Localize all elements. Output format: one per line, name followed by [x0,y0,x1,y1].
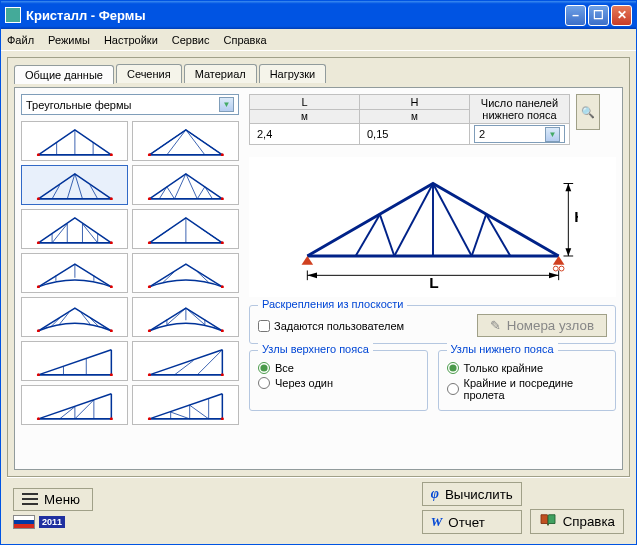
lower-edge-mid-label[interactable]: Крайние и посредине пролета [447,377,608,401]
svg-marker-120 [307,272,317,278]
input-H[interactable] [364,127,465,141]
lower-edge-mid-radio[interactable] [447,383,459,395]
truss-option-10[interactable] [132,297,239,337]
app-icon [5,7,21,23]
upper-every-other-radio[interactable] [258,377,270,389]
upper-all-radio[interactable] [258,362,270,374]
svg-line-63 [186,308,205,325]
report-button[interactable]: W Отчет [422,510,522,534]
menu-modes[interactable]: Режимы [48,34,90,46]
truss-option-12[interactable] [132,341,239,381]
svg-point-19 [109,197,112,200]
tab-loads[interactable]: Нагрузки [259,64,327,83]
lower-edge-only-radio[interactable] [447,362,459,374]
truss-option-1[interactable] [21,121,128,161]
svg-line-62 [167,308,186,325]
svg-point-12 [220,153,223,156]
svg-line-93 [170,412,189,419]
svg-point-72 [109,373,112,376]
svg-text:L: L [429,274,438,291]
menu-button[interactable]: Меню [13,488,93,511]
minimize-button[interactable]: – [565,5,586,26]
upper-legend: Узлы верхнего пояса [258,343,373,355]
svg-point-58 [109,329,112,332]
truss-diagram: H L [249,157,616,297]
svg-line-9 [167,130,186,155]
upper-chord-group: Узлы верхнего пояса Все Через один [249,350,428,411]
svg-point-47 [37,285,40,288]
truss-option-8[interactable] [132,253,239,293]
upper-every-other-label[interactable]: Через один [258,377,419,389]
panels-combo[interactable]: 2 ▼ [474,125,565,143]
svg-line-10 [186,130,205,155]
truss-option-9[interactable] [21,297,128,337]
svg-line-73 [149,350,222,375]
svg-line-25 [197,187,205,199]
svg-line-40 [149,228,170,242]
user-defined-checkbox-label[interactable]: Задаются пользователем [258,320,404,332]
truss-option-6[interactable] [132,209,239,249]
bracing-group: Раскрепления из плоскости Задаются польз… [249,305,616,344]
lower-edge-only-label[interactable]: Только крайние [447,362,608,374]
menu-service[interactable]: Сервис [172,34,210,46]
svg-point-87 [37,417,40,420]
preview-button[interactable]: 🔍 [576,94,600,130]
menu-help[interactable]: Справка [223,34,266,46]
menu-settings[interactable]: Настройки [104,34,158,46]
svg-point-98 [220,417,223,420]
svg-line-89 [149,394,222,419]
panels-value: 2 [479,128,485,140]
maximize-button[interactable]: ☐ [588,5,609,26]
col-panels-header-1: Число панелей [474,97,565,109]
svg-line-22 [167,187,175,199]
help-button[interactable]: Справка [530,509,624,534]
svg-line-66 [38,350,111,375]
user-defined-checkbox[interactable] [258,320,270,332]
svg-point-37 [109,241,112,244]
col-L-unit: м [250,110,360,124]
svg-point-52 [220,285,223,288]
svg-point-110 [559,266,564,271]
tab-general[interactable]: Общие данные [14,65,114,84]
svg-point-97 [148,417,151,420]
svg-line-105 [471,214,486,256]
svg-line-35 [82,224,97,243]
svg-line-26 [204,187,212,199]
titlebar: Кристалл - Фермы – ☐ ✕ [1,1,636,29]
truss-option-7[interactable] [21,253,128,293]
menubar: Файл Режимы Настройки Сервис Справка [1,29,636,51]
svg-line-95 [189,405,208,419]
input-L[interactable] [254,127,355,141]
svg-marker-115 [565,248,571,256]
truss-type-grid [21,121,239,425]
chevron-down-icon: ▼ [219,97,234,112]
calculate-button[interactable]: φ Вычислить [422,482,522,506]
svg-point-43 [220,241,223,244]
truss-option-3[interactable] [21,165,128,205]
menu-file[interactable]: Файл [7,34,34,46]
chevron-down-icon: ▼ [545,127,560,142]
tab-sections[interactable]: Сечения [116,64,182,83]
upper-all-label[interactable]: Все [258,362,419,374]
truss-type-combo[interactable]: Треугольные фермы ▼ [21,94,239,115]
svg-line-102 [379,214,394,256]
svg-point-27 [148,197,151,200]
magnifier-icon: 🔍 [581,106,595,119]
tab-material[interactable]: Материал [184,64,257,83]
truss-option-4[interactable] [132,165,239,205]
truss-option-5[interactable] [21,209,128,249]
svg-point-64 [148,329,151,332]
truss-option-11[interactable] [21,341,128,381]
word-icon: W [431,514,443,530]
svg-line-7 [149,130,185,155]
phi-icon: φ [431,486,439,502]
truss-option-14[interactable] [132,385,239,425]
svg-line-34 [52,224,67,243]
truss-type-value: Треугольные фермы [26,99,131,111]
truss-option-2[interactable] [132,121,239,161]
svg-point-5 [109,153,112,156]
close-button[interactable]: ✕ [611,5,632,26]
col-L-header: L [250,95,360,110]
truss-option-13[interactable] [21,385,128,425]
svg-point-36 [37,241,40,244]
